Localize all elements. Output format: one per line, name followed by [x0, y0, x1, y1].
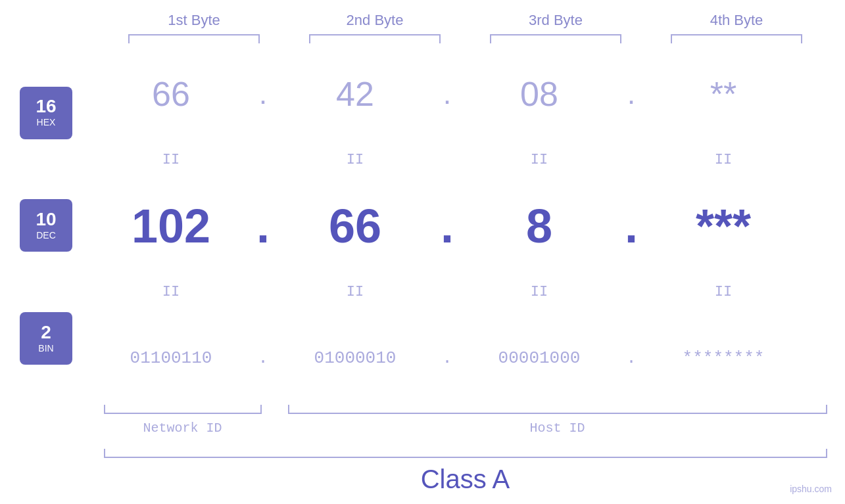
bottom-section: Network ID Host ID Class A	[104, 401, 827, 494]
network-id-label: Network ID	[104, 421, 262, 436]
hex-b4-cell: **	[644, 74, 802, 114]
byte3-header: 3rd Byte	[477, 12, 635, 29]
bin-b1-value: 01100110	[130, 348, 212, 368]
dec-b1-cell: 102	[92, 199, 250, 253]
eq2-b1: II	[92, 284, 250, 300]
dec-dot2: .	[434, 199, 460, 253]
dec-badge-label: DEC	[36, 230, 56, 241]
host-id-label: Host ID	[288, 421, 827, 436]
hex-badge: 16 HEX	[20, 87, 72, 139]
bin-b1-cell: 01100110	[92, 348, 250, 368]
bin-badge-number: 2	[41, 323, 51, 342]
dec-dot3: .	[618, 199, 644, 253]
hex-dot2: .	[434, 77, 460, 111]
dec-b3-value: 8	[526, 199, 552, 253]
dec-badge: 10 DEC	[20, 199, 72, 252]
hex-dot1: .	[250, 77, 276, 111]
hex-badge-number: 16	[36, 97, 56, 116]
class-label: Class A	[104, 465, 827, 494]
hex-b3-value: 08	[520, 74, 558, 114]
bottom-brackets	[104, 405, 827, 414]
labels-row: Network ID Host ID	[104, 421, 827, 436]
hex-b3-cell: 08	[460, 74, 618, 114]
byte1-header: 1st Byte	[115, 12, 273, 29]
bin-b3-value: 00001000	[498, 348, 581, 368]
bin-dot1: .	[250, 348, 276, 368]
dec-b3-cell: 8	[460, 199, 618, 253]
hex-b2-value: 42	[336, 74, 374, 114]
eq1-b1: II	[92, 152, 250, 168]
bracket-byte1	[128, 34, 260, 43]
hex-dot3-char: .	[627, 77, 636, 111]
class-bracket	[104, 449, 827, 458]
byte4-header: 4th Byte	[658, 12, 815, 29]
eq2-b2: II	[276, 284, 434, 300]
dec-dot1-char: .	[256, 199, 270, 253]
dec-dot1: .	[250, 199, 276, 253]
equals-row-1: II II II II	[92, 149, 845, 172]
host-bracket	[288, 405, 827, 414]
dec-b4-cell: ***	[644, 199, 802, 253]
hex-badge-label: HEX	[37, 117, 56, 128]
hex-b2-cell: 42	[276, 74, 434, 114]
bin-b4-cell: ********	[644, 348, 802, 368]
hex-row: 66 . 42 . 08 . **	[92, 68, 845, 120]
dec-b2-cell: 66	[276, 199, 434, 253]
dec-b2-value: 66	[329, 199, 381, 253]
dec-row: 102 . 66 . 8 . ***	[92, 200, 845, 252]
dec-dot2-char: .	[441, 199, 454, 253]
bin-row: 01100110 . 01000010 . 00001000 .	[92, 332, 845, 384]
bin-badge-label: BIN	[38, 343, 53, 354]
dec-dot3-char: .	[625, 199, 638, 253]
dec-b4-value: ***	[696, 199, 751, 253]
byte2-header: 2nd Byte	[296, 12, 454, 29]
eq1-b3: II	[460, 152, 618, 168]
hex-b1-value: 66	[152, 74, 190, 114]
bin-dot3: .	[618, 348, 644, 368]
dec-b1-value: 102	[132, 199, 210, 253]
equals-row-2: II II II II	[92, 281, 845, 304]
eq1-b2: II	[276, 152, 434, 168]
hex-dot3: .	[618, 77, 644, 111]
eq2-b3: II	[460, 284, 618, 300]
data-grid: 66 . 42 . 08 . **	[92, 50, 845, 401]
bin-b3-cell: 00001000	[460, 348, 618, 368]
byte-headers: 1st Byte 2nd Byte 3rd Byte 4th Byte	[104, 12, 827, 29]
eq1-b4: II	[644, 152, 802, 168]
hex-b4-value: **	[710, 74, 736, 114]
watermark: ipshu.com	[790, 484, 832, 494]
bracket-byte4	[671, 34, 802, 43]
hex-b1-cell: 66	[92, 74, 250, 114]
hex-dot2-char: .	[443, 77, 452, 111]
hex-dot1-char: .	[259, 77, 268, 111]
content-area: 16 HEX 10 DEC 2 BIN 66 .	[0, 50, 845, 401]
main-container: 1st Byte 2nd Byte 3rd Byte 4th Byte 16 H…	[0, 0, 845, 504]
network-bracket	[104, 405, 262, 414]
bin-dot2-char: .	[442, 348, 452, 368]
bin-dot2: .	[434, 348, 460, 368]
eq2-b4: II	[644, 284, 802, 300]
bin-badge: 2 BIN	[20, 312, 72, 365]
badges-column: 16 HEX 10 DEC 2 BIN	[0, 50, 92, 401]
bin-b2-cell: 01000010	[276, 348, 434, 368]
dec-badge-number: 10	[36, 210, 56, 229]
top-brackets	[104, 34, 827, 43]
bin-b2-value: 01000010	[314, 348, 397, 368]
bracket-byte3	[490, 34, 621, 43]
bracket-byte2	[309, 34, 441, 43]
bin-b4-value: ********	[683, 348, 765, 368]
bin-dot1-char: .	[258, 348, 268, 368]
bin-dot3-char: .	[626, 348, 637, 368]
